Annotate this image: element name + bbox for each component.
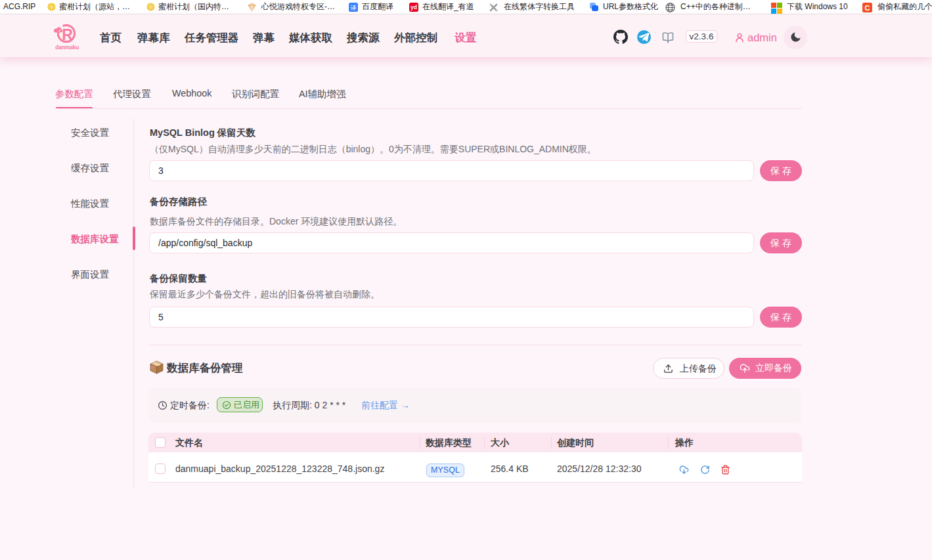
svg-text:danmaku: danmaku	[55, 44, 79, 51]
svg-text:译: 译	[351, 5, 357, 11]
svg-text:R: R	[62, 26, 73, 43]
svg-text:C: C	[865, 4, 870, 12]
svg-text:yd: yd	[411, 4, 417, 11]
